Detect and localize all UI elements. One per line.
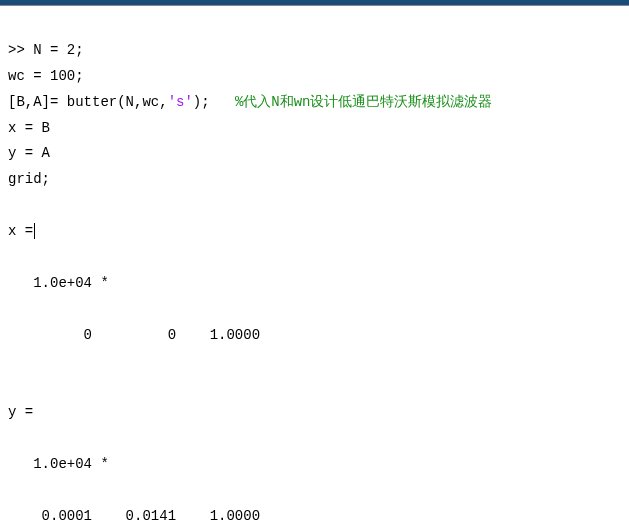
output-x-header: x = [8,223,33,239]
code-line-3b: ); [193,94,235,110]
code-line-3a: [B,A]= butter(N,wc, [8,94,168,110]
code-line-1: N = 2; [33,42,83,58]
output-y-header: y = [8,404,33,420]
matlab-prompt: >> [8,42,33,58]
code-line-4: x = B [8,120,50,136]
code-line-5: y = A [8,145,50,161]
output-x-values: 0 0 1.0000 [8,327,260,343]
code-line-2: wc = 100; [8,68,84,84]
string-literal: 's' [168,94,193,110]
command-window-content[interactable]: >> N = 2; wc = 100; [B,A]= butter(N,wc,'… [0,6,629,525]
code-line-6: grid; [8,171,50,187]
output-y-scale: 1.0e+04 * [8,456,109,472]
output-y-values: 0.0001 0.0141 1.0000 [8,508,260,524]
code-comment: %代入N和wn设计低通巴特沃斯模拟滤波器 [235,94,493,110]
output-x-scale: 1.0e+04 * [8,275,109,291]
text-cursor [34,223,35,239]
